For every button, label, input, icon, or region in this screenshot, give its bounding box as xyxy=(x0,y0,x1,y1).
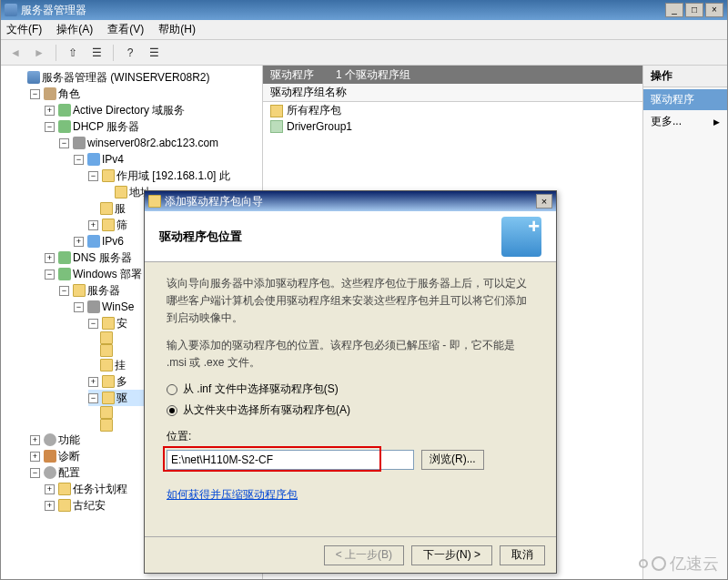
ipv6-icon xyxy=(87,235,100,248)
expander-icon[interactable]: + xyxy=(88,377,98,387)
tree-roles[interactable]: 角色 xyxy=(58,86,80,102)
menu-action[interactable]: 操作(A) xyxy=(56,22,93,37)
expander-icon[interactable]: − xyxy=(74,155,84,165)
list-item[interactable]: 所有程序包 xyxy=(263,102,642,119)
expander-icon[interactable]: + xyxy=(45,106,55,116)
wizard-footer: < 上一步(B) 下一步(N) > 取消 xyxy=(145,536,556,573)
actions-group: 驱动程序 xyxy=(643,89,727,110)
radio-from-inf-input[interactable] xyxy=(167,384,177,395)
folder-icon xyxy=(58,499,71,512)
properties-icon[interactable]: ☰ xyxy=(87,44,106,62)
toolbar: ◄ ► ⇧ ☰ ? ☰ xyxy=(1,40,727,66)
minimize-button[interactable]: _ xyxy=(665,3,683,17)
chevron-right-icon: ▶ xyxy=(713,117,720,127)
tree-filter[interactable]: 筛 xyxy=(116,217,127,233)
expander-icon[interactable]: − xyxy=(45,270,55,280)
tree-tasks-sub[interactable]: 古纪安 xyxy=(73,497,106,514)
help-link[interactable]: 如何获得并压缩驱动程序包 xyxy=(167,486,298,504)
menu-view[interactable]: 查看(V) xyxy=(107,22,144,37)
expander-icon[interactable]: − xyxy=(59,138,69,148)
back-button: < 上一步(B) xyxy=(324,545,404,565)
tree-drv[interactable]: 驱 xyxy=(116,390,127,406)
tree-root[interactable]: 服务器管理器 (WINSERVER08R2) xyxy=(42,69,209,86)
expander-icon[interactable]: − xyxy=(59,286,69,296)
folder-icon xyxy=(102,219,115,231)
location-input[interactable] xyxy=(167,450,414,470)
expander-icon[interactable]: − xyxy=(88,393,98,403)
wizard-close-button[interactable]: × xyxy=(536,194,552,209)
up-icon[interactable]: ⇧ xyxy=(64,44,82,62)
list-header-right: 1 个驱动程序组 xyxy=(336,67,410,83)
list-item[interactable]: DriverGroup1 xyxy=(263,119,642,134)
back-icon[interactable]: ◄ xyxy=(6,44,25,62)
expander-icon[interactable]: − xyxy=(45,122,55,132)
maximize-button[interactable]: □ xyxy=(685,3,703,17)
tree-ad[interactable]: Active Directory 域服务 xyxy=(73,102,185,118)
tree-wds-srv[interactable]: 服务器 xyxy=(87,282,120,299)
list-header-left: 驱动程序 xyxy=(270,67,314,83)
wizard-titlebar[interactable]: 添加驱动程序包向导 × xyxy=(145,191,556,211)
folder-icon xyxy=(58,483,71,495)
next-button[interactable]: 下一步(N) > xyxy=(411,545,492,565)
tree-wds[interactable]: Windows 部署 xyxy=(73,266,142,282)
ad-icon xyxy=(58,104,71,117)
folder-icon xyxy=(102,317,115,330)
titlebar[interactable]: 服务器管理器 _ □ × xyxy=(1,0,727,20)
scope-icon xyxy=(102,169,115,182)
driver-package-icon xyxy=(501,217,541,257)
tree-host[interactable]: winserver08r2.abc123.com xyxy=(87,135,218,151)
expander-icon[interactable]: − xyxy=(74,302,84,312)
expander-icon[interactable]: − xyxy=(30,89,40,99)
group-icon xyxy=(270,120,283,133)
expander-icon[interactable]: + xyxy=(45,484,55,494)
expander-icon[interactable]: − xyxy=(88,171,98,181)
folder-icon xyxy=(100,406,113,419)
features-icon xyxy=(44,433,56,446)
expander-icon[interactable]: − xyxy=(88,319,98,329)
column-header[interactable]: 驱动程序组名称 xyxy=(263,84,642,102)
expander-icon[interactable]: + xyxy=(88,220,98,230)
tree-wds-host[interactable]: WinSe xyxy=(102,299,134,315)
tree-diag[interactable]: 诊断 xyxy=(58,448,80,464)
refresh-icon[interactable]: ? xyxy=(121,44,139,62)
actions-more[interactable]: 更多...▶ xyxy=(643,110,727,133)
tree-ipv4[interactable]: IPv4 xyxy=(102,151,124,168)
menu-file[interactable]: 文件(F) xyxy=(6,22,42,37)
ipv4-icon xyxy=(87,153,100,166)
tree-inst[interactable]: 安 xyxy=(116,315,127,331)
expander-icon[interactable]: + xyxy=(45,501,55,511)
folder-icon xyxy=(73,284,86,297)
expander-icon[interactable]: + xyxy=(30,435,40,445)
tree-features[interactable]: 功能 xyxy=(58,432,80,448)
expander-icon[interactable]: + xyxy=(45,253,55,263)
tree-cfg1[interactable]: 挂 xyxy=(115,357,126,373)
expander-icon[interactable]: − xyxy=(30,468,40,478)
wizard-title: 添加驱动程序包向导 xyxy=(165,194,263,209)
diag-icon xyxy=(44,450,56,463)
radio-from-folder[interactable]: 从文件夹中选择所有驱动程序包(A) xyxy=(167,402,534,419)
folder-icon xyxy=(100,419,113,432)
tree-config[interactable]: 配置 xyxy=(58,464,80,481)
radio-from-folder-input[interactable] xyxy=(167,405,177,416)
cancel-button[interactable]: 取消 xyxy=(500,545,545,565)
close-button[interactable]: × xyxy=(705,3,723,17)
expander-icon[interactable]: + xyxy=(74,237,84,247)
tree-ipv6[interactable]: IPv6 xyxy=(102,233,124,249)
tree-srv[interactable]: 服 xyxy=(115,200,126,217)
tree-dns[interactable]: DNS 服务器 xyxy=(73,249,132,266)
window-title: 服务器管理器 xyxy=(21,3,86,18)
radio-from-inf[interactable]: 从 .inf 文件中选择驱动程序包(S) xyxy=(167,381,534,398)
folder-icon xyxy=(102,375,115,388)
folder-icon xyxy=(100,344,113,357)
tree-dhcp[interactable]: DHCP 服务器 xyxy=(73,118,139,135)
menubar: 文件(F) 操作(A) 查看(V) 帮助(H) xyxy=(1,20,727,40)
dhcp-icon xyxy=(58,120,71,133)
menu-help[interactable]: 帮助(H) xyxy=(158,22,196,37)
tree-scope[interactable]: 作用域 [192.168.1.0] 此 xyxy=(116,168,230,184)
expander-icon[interactable]: + xyxy=(30,452,40,462)
tree-cfg2[interactable]: 多 xyxy=(116,373,127,390)
tree-tasks[interactable]: 任务计划程 xyxy=(73,481,127,497)
browse-button[interactable]: 浏览(R)... xyxy=(421,450,484,470)
help-icon[interactable]: ☰ xyxy=(145,44,163,62)
forward-icon[interactable]: ► xyxy=(30,44,48,62)
